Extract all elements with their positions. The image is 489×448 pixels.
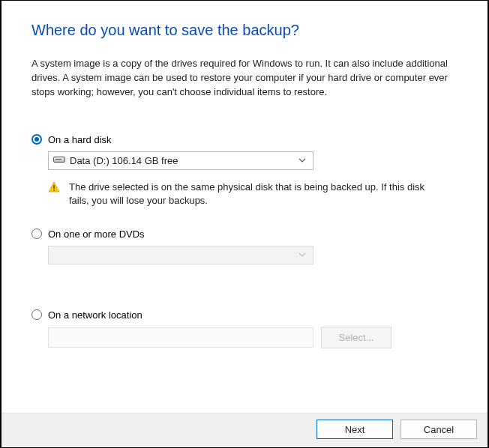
option-dvd: On one or more DVDs xyxy=(32,228,458,264)
drive-select-value: Data (D:) 106.14 GB free xyxy=(70,155,296,166)
hard-drive-icon xyxy=(53,157,65,164)
svg-rect-1 xyxy=(53,190,54,191)
radio-row-dvd[interactable]: On one or more DVDs xyxy=(32,228,458,240)
radio-network[interactable] xyxy=(32,309,42,320)
warning-icon xyxy=(48,181,60,193)
page-title: Where do you want to save the backup? xyxy=(32,22,458,39)
wizard-footer: Next Cancel xyxy=(2,413,488,447)
chevron-down-icon xyxy=(296,157,308,164)
radio-label-network: On a network location xyxy=(48,309,142,321)
cancel-button[interactable]: Cancel xyxy=(400,420,477,439)
drive-select-combo[interactable]: Data (D:) 106.14 GB free xyxy=(48,151,314,170)
backup-location-wizard: Where do you want to save the backup? A … xyxy=(0,0,489,448)
warning-text: The drive selected is on the same physic… xyxy=(69,181,428,208)
radio-hard-disk[interactable] xyxy=(32,134,42,145)
radio-dvd[interactable] xyxy=(32,228,42,239)
radio-row-network[interactable]: On a network location xyxy=(32,309,458,321)
dvd-select-combo xyxy=(48,246,314,264)
page-description: A system image is a copy of the drives r… xyxy=(32,57,458,100)
network-path-input xyxy=(48,327,314,348)
radio-row-hard-disk[interactable]: On a hard disk xyxy=(32,134,458,145)
radio-label-dvd: On one or more DVDs xyxy=(48,228,145,240)
svg-rect-0 xyxy=(53,185,54,189)
select-network-button: Select... xyxy=(321,327,392,348)
radio-label-hard-disk: On a hard disk xyxy=(48,134,112,145)
chevron-down-icon xyxy=(296,251,308,258)
option-network: On a network location Select... xyxy=(32,309,458,348)
option-hard-disk: On a hard disk Data (D:) 106.14 GB free xyxy=(32,134,458,208)
content-area: Where do you want to save the backup? A … xyxy=(2,1,488,413)
next-button[interactable]: Next xyxy=(316,420,393,439)
same-disk-warning: The drive selected is on the same physic… xyxy=(48,181,458,208)
